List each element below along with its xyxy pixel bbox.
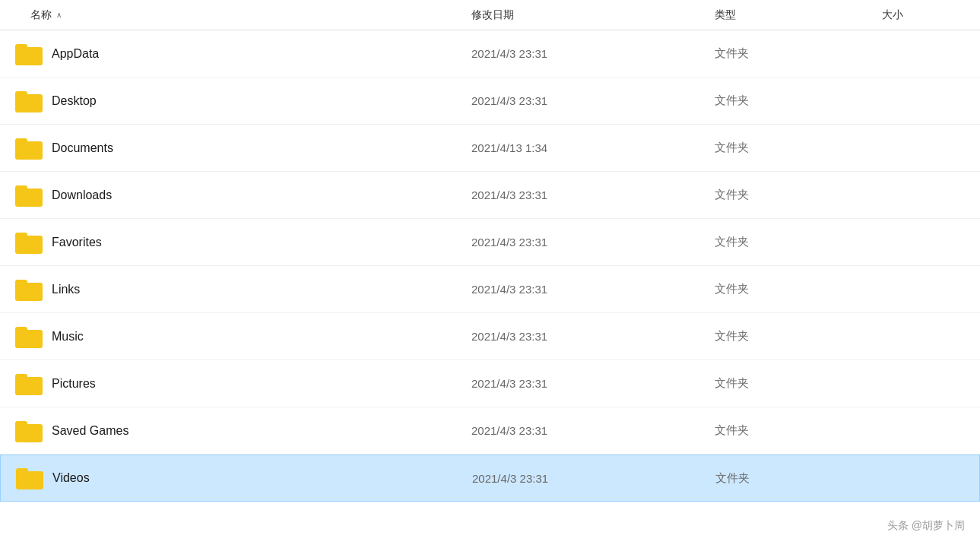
column-date-label: 修改日期	[471, 8, 514, 21]
file-name-cell: Music	[0, 325, 471, 348]
file-date-cell: 2021/4/3 23:31	[471, 47, 715, 60]
column-name-label: 名称	[30, 8, 52, 22]
file-date-cell: 2021/4/3 23:31	[471, 424, 715, 437]
folder-icon	[16, 467, 43, 489]
file-type-cell: 文件夹	[715, 93, 882, 108]
file-name-label: Favorites	[52, 236, 102, 249]
file-type-cell: 文件夹	[715, 141, 882, 155]
file-name-cell: Links	[0, 278, 471, 301]
file-type-cell: 文件夹	[715, 235, 882, 249]
column-size[interactable]: 大小	[882, 8, 980, 22]
table-row[interactable]: Links 2021/4/3 23:31 文件夹	[0, 266, 980, 313]
column-type[interactable]: 类型	[715, 8, 882, 22]
file-name-label: Documents	[52, 141, 113, 155]
folder-icon	[15, 325, 43, 348]
table-row[interactable]: Videos 2021/4/3 23:31 文件夹	[0, 455, 980, 502]
file-explorer: 名称 ∧ 修改日期 类型 大小 AppData 2021/4/3 23:31 文…	[0, 0, 980, 548]
file-name-label: Saved Games	[52, 424, 128, 438]
folder-icon	[15, 90, 43, 112]
file-name-label: Music	[52, 330, 84, 344]
file-name-cell: Favorites	[0, 231, 471, 254]
column-header: 名称 ∧ 修改日期 类型 大小	[0, 0, 980, 30]
folder-icon	[15, 420, 43, 442]
folder-icon	[15, 231, 43, 254]
table-row[interactable]: Desktop 2021/4/3 23:31 文件夹	[0, 78, 980, 125]
file-type-cell: 文件夹	[715, 423, 882, 438]
file-name-label: Downloads	[52, 188, 112, 202]
file-type-cell: 文件夹	[715, 188, 882, 202]
table-row[interactable]: AppData 2021/4/3 23:31 文件夹	[0, 30, 980, 78]
table-row[interactable]: Pictures 2021/4/3 23:31 文件夹	[0, 360, 980, 407]
file-date-cell: 2021/4/3 23:31	[471, 188, 715, 201]
file-date-cell: 2021/4/3 23:31	[471, 330, 715, 343]
file-name-label: Desktop	[52, 94, 97, 108]
file-name-label: Videos	[52, 471, 90, 485]
file-name-cell: Saved Games	[0, 420, 471, 442]
file-name-cell: AppData	[0, 43, 471, 65]
folder-icon	[15, 184, 43, 207]
file-name-label: Pictures	[52, 377, 96, 391]
file-date-cell: 2021/4/13 1:34	[471, 141, 715, 154]
file-type-cell: 文件夹	[715, 471, 883, 486]
column-date[interactable]: 修改日期	[471, 8, 715, 22]
column-name[interactable]: 名称 ∧	[0, 8, 471, 22]
file-date-cell: 2021/4/3 23:31	[472, 472, 715, 485]
file-date-cell: 2021/4/3 23:31	[471, 94, 715, 107]
column-size-label: 大小	[882, 8, 903, 21]
table-row[interactable]: Favorites 2021/4/3 23:31 文件夹	[0, 219, 980, 266]
file-name-label: AppData	[52, 47, 99, 61]
folder-icon	[15, 43, 43, 65]
file-type-cell: 文件夹	[715, 46, 882, 61]
table-row[interactable]: Documents 2021/4/13 1:34 文件夹	[0, 125, 980, 172]
watermark: 头条 @胡萝卜周	[887, 519, 965, 533]
folder-icon	[15, 278, 43, 301]
file-name-cell: Pictures	[0, 372, 471, 395]
folder-icon	[15, 137, 43, 160]
file-name-label: Links	[52, 283, 80, 296]
table-row[interactable]: Music 2021/4/3 23:31 文件夹	[0, 313, 980, 360]
file-date-cell: 2021/4/3 23:31	[471, 377, 715, 390]
folder-icon	[15, 372, 43, 395]
file-type-cell: 文件夹	[715, 376, 882, 391]
file-name-cell: Desktop	[0, 90, 471, 112]
file-type-cell: 文件夹	[715, 282, 882, 296]
file-date-cell: 2021/4/3 23:31	[471, 283, 715, 296]
table-row[interactable]: Saved Games 2021/4/3 23:31 文件夹	[0, 407, 980, 455]
file-name-cell: Videos	[1, 467, 472, 489]
column-type-label: 类型	[715, 8, 736, 21]
file-date-cell: 2021/4/3 23:31	[471, 236, 715, 249]
file-type-cell: 文件夹	[715, 329, 882, 344]
file-list: AppData 2021/4/3 23:31 文件夹 Desktop 2021/…	[0, 30, 980, 548]
file-name-cell: Downloads	[0, 184, 471, 207]
sort-arrow-icon: ∧	[56, 11, 62, 19]
table-row[interactable]: Downloads 2021/4/3 23:31 文件夹	[0, 172, 980, 219]
file-name-cell: Documents	[0, 137, 471, 160]
